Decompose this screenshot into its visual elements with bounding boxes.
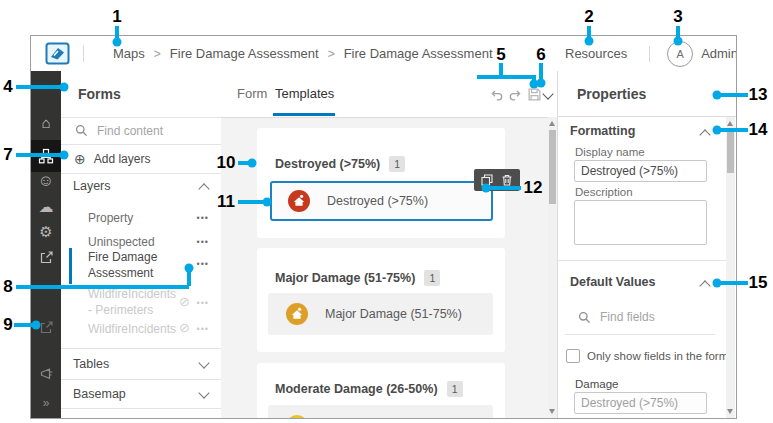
chevron-down-icon: [198, 357, 209, 368]
callout-line: [490, 186, 521, 190]
breadcrumb-separator: >: [145, 47, 170, 61]
default-values-label: Default Values: [570, 275, 655, 289]
callout-line: [721, 281, 748, 285]
layer-label: Fire Damage Assessment: [88, 250, 188, 281]
templates-scrollbar[interactable]: [548, 117, 557, 418]
not-allowed-icon: ⊘: [179, 321, 190, 334]
callout-number-7: 7: [3, 145, 12, 165]
checkbox-unchecked[interactable]: [566, 349, 580, 363]
find-content-search[interactable]: Find content: [61, 117, 221, 144]
redo-icon[interactable]: [508, 88, 522, 102]
scroll-up-icon[interactable]: [727, 121, 733, 126]
group-title: Moderate Damage (26-50%): [275, 382, 438, 396]
formatting-section-header[interactable]: Formatting: [558, 119, 737, 143]
callout-number-2: 2: [584, 7, 593, 27]
search-underline: [565, 334, 715, 335]
breadcrumb-separator: >: [319, 47, 344, 61]
layer-label: Uninspected: [88, 235, 155, 249]
smiley-icon[interactable]: ☺: [31, 167, 61, 195]
properties-scrollbar[interactable]: [726, 117, 735, 418]
only-show-fields-label: Only show fields in the form: [587, 350, 728, 362]
damage-value-input[interactable]: [574, 392, 707, 414]
overflow-menu-icon[interactable]: •••: [197, 259, 209, 269]
display-name-input[interactable]: [574, 160, 707, 182]
megaphone-icon[interactable]: [31, 359, 61, 387]
plus-circle-icon: ⊕: [74, 152, 86, 166]
callout-number-11: 11: [217, 192, 235, 212]
breadcrumb-map-name[interactable]: Fire Damage Assessment: [170, 46, 319, 61]
callout-number-9: 9: [3, 315, 12, 335]
template-item-major[interactable]: Major Damage (51-75%): [268, 293, 493, 335]
callout-number-13: 13: [749, 85, 768, 105]
collapse-rail-button[interactable]: »: [31, 389, 61, 417]
callout-line: [238, 200, 265, 204]
forms-panel: Forms Find content ⊕ Add layers Layers: [61, 71, 222, 418]
save-menu-chevron-icon[interactable]: [542, 88, 553, 99]
basemap-section-header[interactable]: Basemap: [61, 379, 221, 408]
formatting-label: Formatting: [570, 124, 635, 138]
group-count-badge: 1: [389, 156, 405, 172]
overflow-menu-icon[interactable]: •••: [197, 213, 209, 223]
default-values-section-header[interactable]: Default Values: [558, 270, 737, 294]
scrollbar-thumb[interactable]: [549, 130, 556, 204]
find-fields-search[interactable]: Find fields: [558, 307, 737, 327]
templates-panel: Form Templates: [221, 71, 558, 418]
delete-icon[interactable]: [501, 174, 513, 186]
layers-section-header[interactable]: Layers: [61, 173, 221, 198]
group-header: Major Damage (51-75%)1: [275, 268, 440, 286]
resources-link[interactable]: Resources: [565, 46, 627, 61]
scroll-up-icon[interactable]: [549, 121, 555, 126]
breadcrumb-maps[interactable]: Maps: [113, 46, 145, 61]
properties-panel-header: Properties: [558, 71, 737, 117]
callout-number-12: 12: [524, 178, 543, 198]
add-layers-button[interactable]: ⊕ Add layers: [61, 144, 221, 173]
undo-icon[interactable]: [490, 88, 504, 102]
header-divider: [649, 46, 650, 62]
group-count-badge: 1: [424, 270, 440, 286]
overflow-menu-icon[interactable]: •••: [197, 237, 209, 247]
home-icon[interactable]: ⌂: [31, 108, 61, 136]
callout-number-1: 1: [112, 7, 121, 27]
callout-number-14: 14: [749, 120, 768, 140]
layer-item-fire-damage-assessment[interactable]: Fire Damage Assessment •••: [61, 248, 221, 284]
gear-icon[interactable]: ⚙: [31, 217, 61, 245]
description-textarea[interactable]: [574, 200, 707, 245]
tab-form[interactable]: Form: [237, 86, 267, 101]
layer-item-property[interactable]: Property •••: [61, 207, 221, 229]
callout-line: [16, 153, 62, 157]
find-fields-placeholder: Find fields: [600, 310, 655, 324]
group-header: Moderate Damage (26-50%)1: [275, 379, 463, 397]
app-logo[interactable]: [45, 41, 70, 66]
overflow-menu-icon[interactable]: •••: [197, 324, 209, 334]
group-title: Destroyed (>75%): [275, 157, 380, 171]
header-divider: [83, 45, 84, 62]
app-window: Maps > Fire Damage Assessment > Fire Dam…: [30, 35, 737, 419]
share-icon[interactable]: [31, 243, 61, 271]
callout-number-15: 15: [749, 273, 768, 293]
tables-section-header[interactable]: Tables: [61, 348, 221, 379]
offline-cloud-icon[interactable]: ☁: [31, 192, 61, 220]
scroll-down-icon[interactable]: [549, 409, 555, 414]
callout-number-4: 4: [3, 77, 12, 97]
tab-templates[interactable]: Templates: [275, 86, 334, 101]
only-show-fields-row[interactable]: Only show fields in the form: [558, 344, 737, 368]
template-item-label: Destroyed (>75%): [327, 194, 428, 208]
user-menu[interactable]: Admin: [701, 46, 737, 61]
chevron-up-icon: [699, 129, 710, 140]
callout-line: [14, 323, 33, 327]
search-icon: [75, 124, 88, 137]
callout-dot: [585, 37, 594, 46]
forms-panel-header: Forms: [61, 71, 221, 117]
template-item-destroyed[interactable]: Destroyed (>75%): [270, 181, 493, 221]
group-count-badge: 1: [447, 381, 463, 397]
layer-label: Property: [88, 211, 133, 225]
callout-number-3: 3: [673, 7, 682, 27]
template-item-moderate[interactable]: Moderate Damage (26-50%): [268, 405, 493, 418]
callout-dot: [113, 38, 122, 47]
active-tab-underline: [273, 113, 335, 116]
callout-number-10: 10: [217, 153, 236, 173]
overflow-menu-icon[interactable]: •••: [197, 298, 209, 308]
scroll-down-icon[interactable]: [727, 409, 733, 414]
template-group-moderate: Moderate Damage (26-50%)1 Moderate Damag…: [257, 363, 505, 418]
scrollbar-thumb[interactable]: [727, 129, 734, 173]
